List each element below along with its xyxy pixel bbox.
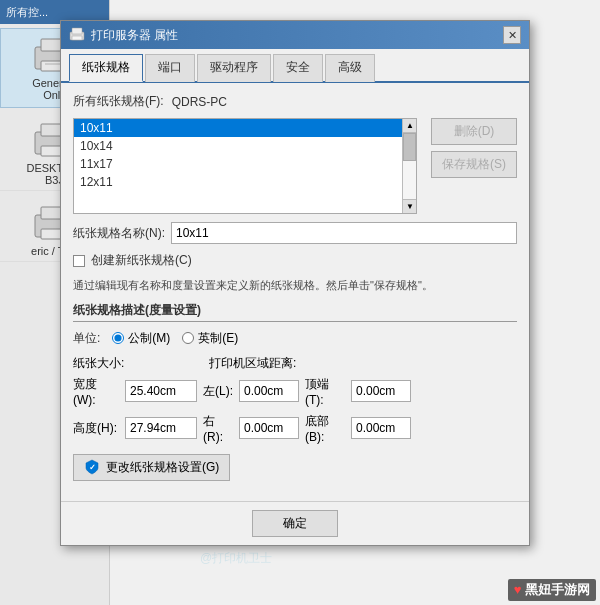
scroll-down-btn[interactable]: ▼ xyxy=(403,199,417,213)
paper-name-row: 纸张规格名称(N): xyxy=(73,222,517,244)
create-checkbox-label: 创建新纸张规格(C) xyxy=(91,252,192,269)
tab-paper-size[interactable]: 纸张规格 xyxy=(69,54,143,82)
list-item-1[interactable]: 10x14 xyxy=(74,137,416,155)
tab-driver[interactable]: 驱动程序 xyxy=(197,54,271,82)
unit-imperial-radio[interactable] xyxy=(182,332,194,344)
dialog-printer-icon xyxy=(69,27,85,43)
shield-icon: ✓ xyxy=(84,459,100,475)
scroll-track xyxy=(403,133,416,199)
svg-text:✓: ✓ xyxy=(89,463,96,472)
all-paper-value: QDRS-PC xyxy=(172,95,227,109)
tab-port[interactable]: 端口 xyxy=(145,54,195,82)
meas-headers: 纸张大小: 打印机区域距离: xyxy=(73,355,517,372)
description-text: 通过编辑现有名称和度量设置来定义新的纸张规格。然后单击"保存规格"。 xyxy=(73,277,517,294)
list-item-0[interactable]: 10x11 xyxy=(74,119,416,137)
dialog-title: 打印服务器 属性 xyxy=(91,27,178,44)
logo-text: 黑妞手游网 xyxy=(525,582,590,597)
create-checkbox[interactable] xyxy=(73,255,85,267)
ok-button[interactable]: 确定 xyxy=(252,510,338,537)
delete-button[interactable]: 删除(D) xyxy=(431,118,517,145)
height-row: 高度(H): 右(R): 底部(B): xyxy=(73,413,517,444)
height-input[interactable] xyxy=(125,417,197,439)
paper-name-label: 纸张规格名称(N): xyxy=(73,225,165,242)
save-form-button[interactable]: 保存规格(S) xyxy=(431,151,517,178)
bottom-input[interactable] xyxy=(351,417,411,439)
dialog-body: 所有纸张规格(F): QDRS-PC 10x11 10x14 11x17 12x… xyxy=(61,83,529,501)
size-header: 纸张大小: xyxy=(73,355,203,372)
width-label: 宽度(W): xyxy=(73,376,119,407)
bottom-label: 底部(B): xyxy=(305,413,345,444)
sidebar-header-label: 所有控... xyxy=(6,5,48,20)
logo-overlay: ♥ 黑妞手游网 xyxy=(508,579,596,601)
top-label: 顶端(T): xyxy=(305,376,345,407)
scroll-thumb[interactable] xyxy=(403,133,416,161)
logo-icon: ♥ xyxy=(514,582,522,597)
scroll-up-btn[interactable]: ▲ xyxy=(403,119,417,133)
list-item-2[interactable]: 11x17 xyxy=(74,155,416,173)
unit-label: 单位: xyxy=(73,330,100,347)
unit-imperial-label: 英制(E) xyxy=(198,330,238,347)
policy-button-label: 更改纸张规格设置(G) xyxy=(106,459,219,476)
create-checkbox-row: 创建新纸张规格(C) xyxy=(73,252,517,269)
dialog-titlebar: 打印服务器 属性 ✕ xyxy=(61,21,529,49)
unit-metric-label: 公制(M) xyxy=(128,330,170,347)
right-label: 右(R): xyxy=(203,413,233,444)
print-server-dialog: 打印服务器 属性 ✕ 纸张规格 端口 驱动程序 安全 高级 所有纸张规格(F):… xyxy=(60,20,530,546)
print-area-header: 打印机区域距离: xyxy=(209,355,517,372)
unit-imperial-option[interactable]: 英制(E) xyxy=(182,330,238,347)
policy-button[interactable]: ✓ 更改纸张规格设置(G) xyxy=(73,454,230,481)
unit-metric-radio[interactable] xyxy=(112,332,124,344)
title-left: 打印服务器 属性 xyxy=(69,27,178,44)
width-input[interactable] xyxy=(125,380,197,402)
paper-name-input[interactable] xyxy=(171,222,517,244)
list-scrollbar[interactable]: ▲ ▼ xyxy=(402,119,416,213)
list-item-3[interactable]: 12x11 xyxy=(74,173,416,191)
svg-rect-12 xyxy=(72,28,82,34)
right-input[interactable] xyxy=(239,417,299,439)
width-row: 宽度(W): 左(L): 顶端(T): xyxy=(73,376,517,407)
left-label: 左(L): xyxy=(203,383,233,400)
tab-advanced[interactable]: 高级 xyxy=(325,54,375,82)
dialog-footer: 确定 xyxy=(61,501,529,545)
tab-security[interactable]: 安全 xyxy=(273,54,323,82)
tabs-bar: 纸张规格 端口 驱动程序 安全 高级 xyxy=(61,49,529,83)
left-input[interactable] xyxy=(239,380,299,402)
paper-size-list[interactable]: 10x11 10x14 11x17 12x11 ▲ ▼ xyxy=(73,118,417,214)
all-paper-row: 所有纸张规格(F): QDRS-PC xyxy=(73,93,517,110)
unit-row: 单位: 公制(M) 英制(E) xyxy=(73,330,517,347)
close-button[interactable]: ✕ xyxy=(503,26,521,44)
section-header: 纸张规格描述(度量设置) xyxy=(73,302,517,322)
side-buttons: 删除(D) 保存规格(S) xyxy=(431,118,517,214)
height-label: 高度(H): xyxy=(73,420,119,437)
svg-rect-13 xyxy=(72,36,82,40)
unit-metric-option[interactable]: 公制(M) xyxy=(112,330,170,347)
list-section: 10x11 10x14 11x17 12x11 ▲ ▼ 删除(D) 保存规格(S… xyxy=(73,118,517,214)
all-paper-label: 所有纸张规格(F): xyxy=(73,93,164,110)
top-input[interactable] xyxy=(351,380,411,402)
